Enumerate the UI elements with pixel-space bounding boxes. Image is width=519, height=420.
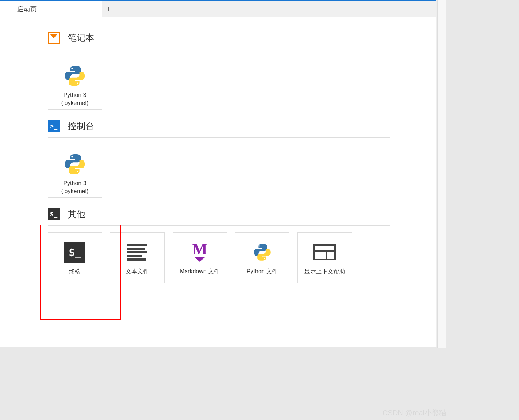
- plus-icon: +: [106, 4, 111, 14]
- launcher-window: 启动页 + 笔记本 Python 3 (ipykernel): [0, 0, 438, 347]
- launch-icon: [7, 6, 13, 12]
- section-notebook: 笔记本 Python 3 (ipykernel): [48, 32, 390, 110]
- python-icon: [64, 63, 86, 89]
- card-notebook-python3[interactable]: Python 3 (ipykernel): [48, 56, 102, 110]
- right-sidebar: [437, 0, 446, 348]
- card-text-file[interactable]: 文本文件: [110, 232, 165, 283]
- cards-notebook: Python 3 (ipykernel): [48, 56, 390, 110]
- terminal-icon: $_: [64, 239, 85, 265]
- python-icon: [64, 151, 86, 177]
- card-label: Python 文件: [244, 265, 281, 276]
- card-console-python3[interactable]: Python 3 (ipykernel): [48, 144, 102, 198]
- terminal-header-icon: $_: [48, 208, 60, 220]
- section-title-other: 其他: [68, 208, 85, 220]
- tab-label: 启动页: [17, 5, 37, 13]
- card-label: Python 3 (ipykernel): [58, 177, 92, 195]
- card-label: 终端: [66, 265, 84, 276]
- launcher-content: 笔记本 Python 3 (ipykernel) >_ 控制台: [0, 17, 437, 308]
- section-other: $_ 其他 $_ 终端 文本文件 M: [48, 208, 390, 283]
- card-python-file[interactable]: Python 文件: [235, 232, 289, 283]
- watermark-text: CSDN @real小熊猫: [382, 408, 446, 418]
- card-contextual-help[interactable]: 显示上下文帮助: [297, 232, 352, 283]
- card-label: Python 3 (ipykernel): [58, 89, 92, 107]
- tab-launcher[interactable]: 启动页: [0, 1, 102, 17]
- sidebar-icon[interactable]: [439, 7, 445, 13]
- card-markdown-file[interactable]: M Markdown 文件: [173, 232, 227, 283]
- section-title-console: 控制台: [68, 120, 94, 132]
- card-terminal[interactable]: $_ 终端: [48, 232, 102, 283]
- panel-icon: [313, 239, 336, 265]
- console-icon: >_: [48, 120, 60, 132]
- section-header-console: >_ 控制台: [48, 120, 390, 138]
- card-label: 文本文件: [123, 265, 152, 276]
- cards-console: Python 3 (ipykernel): [48, 144, 390, 198]
- sidebar-icon[interactable]: [439, 28, 445, 34]
- tab-bar: 启动页 +: [0, 0, 437, 17]
- markdown-icon: M: [192, 239, 207, 265]
- card-label: Markdown 文件: [177, 265, 223, 276]
- section-console: >_ 控制台 Python 3 (ipykernel): [48, 120, 390, 198]
- notebook-icon: [48, 32, 60, 44]
- section-title-notebook: 笔记本: [68, 32, 94, 44]
- text-file-icon: [127, 239, 147, 265]
- section-header-other: $_ 其他: [48, 208, 390, 226]
- section-header-notebook: 笔记本: [48, 32, 390, 49]
- python-icon: [253, 239, 272, 265]
- cards-other: $_ 终端 文本文件 M Markdown 文件: [48, 232, 390, 283]
- new-tab-button[interactable]: +: [102, 1, 115, 17]
- card-label: 显示上下文帮助: [301, 265, 348, 276]
